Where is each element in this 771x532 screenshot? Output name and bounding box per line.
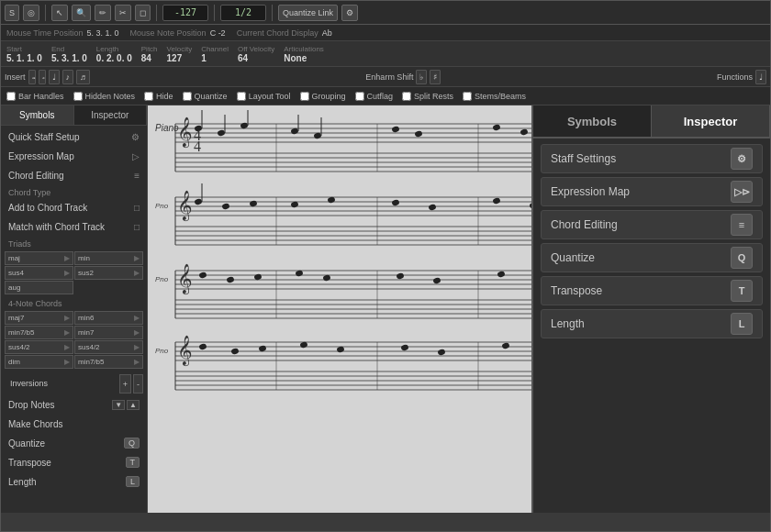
quantize-checkbox[interactable] [183, 92, 192, 101]
chord-min7b5[interactable]: min7/b5 ▶ [5, 326, 73, 339]
bar-handles-label: Bar Handles [18, 92, 64, 101]
staff-settings-label: Staff Settings [551, 152, 616, 165]
svg-text:𝄞: 𝄞 [177, 335, 193, 367]
tab-symbols-inspector[interactable]: Symbols [533, 105, 652, 137]
tool-btn-4[interactable]: ✂ [115, 5, 131, 21]
quantize-link-btn[interactable]: Quantize Link [278, 5, 338, 21]
chord-maj-arrow: ▶ [64, 254, 70, 262]
staff-settings-row[interactable]: Staff Settings ⚙ [541, 144, 763, 173]
checkbox-bar: Bar Handles Hidden Notes Hide Quantize L… [1, 87, 770, 105]
chord-maj7-label: maj7 [8, 314, 24, 322]
match-chord-track-item[interactable]: Match with Chord Track □ [3, 217, 145, 236]
chord-min7[interactable]: min7 ▶ [74, 326, 143, 339]
bar-handles-checkbox[interactable] [6, 92, 16, 101]
chord-min7b5-2[interactable]: min7/b5 ▶ [74, 355, 143, 369]
length-inspector-icon: L [731, 313, 753, 335]
tool-btn-2[interactable]: 🔍 [72, 5, 91, 21]
tool-btn-1[interactable]: ↖ [51, 5, 68, 21]
quantize-row[interactable]: Quantize Q [541, 243, 763, 272]
expression-map-row[interactable]: Expression Map ▷⊳ [541, 177, 763, 206]
expression-map-item[interactable]: Expression Map ▷ [3, 147, 145, 165]
hide-checkbox[interactable] [144, 92, 153, 101]
tool-btn-5[interactable]: ◻ [135, 5, 151, 21]
transpose-item-left[interactable]: Transpose T [3, 453, 145, 471]
enharm-up-btn[interactable]: ♯ [430, 70, 441, 84]
chord-maj[interactable]: maj ▶ [5, 251, 73, 265]
make-chords-item[interactable]: Make Chords [3, 415, 145, 433]
split-rests-checkbox[interactable] [402, 92, 411, 101]
four-note-chords-header: 4-Note Chords [3, 296, 145, 309]
cutflag-check[interactable]: Cutflag [355, 92, 394, 101]
chord-min[interactable]: min ▶ [74, 251, 143, 265]
stems-beams-check[interactable]: Stems/Beams [463, 92, 526, 101]
quantize-item-left[interactable]: Quantize Q [3, 434, 145, 452]
insert-quarter-btn[interactable]: ♩ [49, 70, 60, 84]
add-to-chord-track-item[interactable]: Add to Chord Track □ [3, 198, 145, 216]
layout-tool-checkbox[interactable] [237, 92, 246, 101]
chord-maj7[interactable]: maj7 ▶ [5, 311, 73, 325]
drop-up-btn[interactable]: ▲ [127, 400, 140, 410]
layout-tool-check[interactable]: Layout Tool [237, 92, 291, 101]
svg-text:𝄞: 𝄞 [177, 116, 193, 149]
chord-sus4-2b[interactable]: sus4/2 ▶ [74, 340, 143, 354]
length-row[interactable]: Length L [541, 309, 763, 338]
menu-btn[interactable]: S [5, 5, 19, 21]
tab-inspector-left[interactable]: Inspector [74, 105, 148, 125]
bar-handles-check[interactable]: Bar Handles [6, 92, 64, 101]
main-content: Symbols Inspector Quick Staff Setup ⚙ Ex… [1, 105, 770, 513]
mouse-time-value: 5. 3. 1. 0 [87, 28, 119, 38]
mouse-note-value: C -2 [210, 28, 226, 38]
hidden-notes-checkbox[interactable] [73, 92, 83, 101]
length-item-left[interactable]: Length L [3, 472, 145, 491]
chord-sus2[interactable]: sus2 ▶ [74, 266, 143, 280]
settings-btn[interactable]: ⚙ [341, 5, 358, 21]
left-panel-content: Quick Staff Setup ⚙ Expression Map ▷ Cho… [1, 126, 147, 513]
split-rests-check[interactable]: Split Rests [402, 92, 453, 101]
tab-inspector-main[interactable]: Inspector [652, 105, 770, 137]
chord-dim[interactable]: dim ▶ [5, 355, 73, 369]
chord-aug-label: aug [8, 283, 20, 292]
chord-min7b5-label: min7/b5 [8, 328, 34, 337]
svg-text:4: 4 [194, 139, 201, 154]
insert-half-btn[interactable]: 𝅗 [39, 70, 46, 84]
articulations-value: None [284, 53, 307, 63]
insert-16th-btn[interactable]: ♬ [76, 70, 90, 84]
enharm-down-btn[interactable]: ♭ [416, 70, 427, 84]
chord-display-label: Current Chord Display [237, 28, 318, 38]
grouping-checkbox[interactable] [300, 92, 309, 101]
chord-min6[interactable]: min6 ▶ [74, 311, 143, 325]
insert-eighth-btn[interactable]: ♪ [62, 70, 74, 84]
inversions-item[interactable]: Inversions [5, 374, 117, 393]
drop-notes-item[interactable]: Drop Notes ▼ ▲ [3, 395, 145, 414]
quick-staff-setup-label: Quick Staff Setup [8, 132, 80, 142]
score-area[interactable]: Piano [148, 105, 770, 513]
hidden-notes-check[interactable]: Hidden Notes [73, 92, 136, 101]
cutflag-checkbox[interactable] [355, 92, 364, 101]
quantize-inspector-label: Quantize [551, 251, 595, 264]
quick-staff-setup-item[interactable]: Quick Staff Setup ⚙ [3, 127, 145, 146]
insert-whole-btn[interactable]: 𝅝 [28, 70, 36, 84]
chord-editing-row[interactable]: Chord Editing ≡ [541, 210, 763, 239]
chord-editing-inspector-icon: ≡ [731, 214, 753, 236]
drop-down-btn[interactable]: ▼ [112, 400, 125, 410]
file-btn[interactable]: ◎ [23, 5, 39, 21]
chord-sus4-2a[interactable]: sus4/2 ▶ [5, 340, 73, 354]
quantize-check[interactable]: Quantize [183, 92, 228, 101]
transpose-row[interactable]: Transpose T [541, 276, 763, 305]
chord-aug[interactable]: aug [5, 281, 73, 294]
chord-editing-item[interactable]: Chord Editing ≡ [3, 166, 145, 184]
tab-symbols[interactable]: Symbols [1, 105, 74, 125]
note-options-btn[interactable]: ♩ [755, 70, 766, 84]
hide-check[interactable]: Hide [144, 92, 173, 101]
inversions-btn2[interactable]: - [133, 374, 143, 393]
stems-beams-checkbox[interactable] [463, 92, 472, 101]
chord-sus4[interactable]: sus4 ▶ [5, 266, 73, 280]
grouping-check[interactable]: Grouping [300, 92, 346, 101]
symbols-tab-label: Symbols [567, 115, 617, 128]
add-chord-icon: □ [134, 203, 140, 213]
tool-btn-3[interactable]: ✏ [95, 5, 111, 21]
svg-text:𝄞: 𝄞 [177, 190, 193, 222]
pitch-value: 84 [141, 53, 151, 63]
inversions-btn[interactable]: + [119, 374, 131, 393]
chord-editing-inspector-label: Chord Editing [551, 218, 618, 231]
